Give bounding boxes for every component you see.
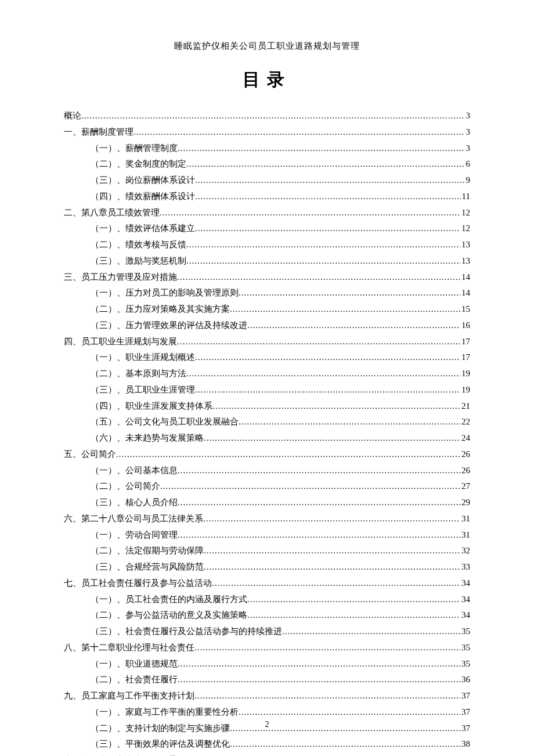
toc-leader (186, 237, 460, 253)
table-of-contents: 概论3一、薪酬制度管理3（一）、薪酬管理制度3（二）、奖金制度的制定6（三）、岗… (64, 108, 470, 756)
toc-entry[interactable]: （三）、合规经营与风险防范33 (64, 559, 470, 575)
toc-leader (186, 366, 460, 382)
toc-entry[interactable]: （一）、压力对员工的影响及管理原则14 (64, 285, 470, 301)
toc-entry[interactable]: （四）、职业生涯发展支持体系21 (64, 398, 470, 415)
toc-entry-page: 19 (460, 382, 470, 398)
toc-entry-page: 12 (460, 205, 470, 221)
toc-entry[interactable]: （一）、员工社会责任的内涵及履行方式34 (64, 592, 470, 608)
toc-entry[interactable]: 概论3 (64, 108, 470, 124)
toc-entry[interactable]: （三）、压力管理效果的评估及持续改进16 (64, 318, 470, 334)
toc-entry-label: （二）、基本原则与方法 (91, 366, 186, 382)
toc-entry-label: （四）、绩效薪酬体系设计 (91, 189, 195, 205)
toc-leader (230, 301, 460, 318)
toc-entry-label: （一）、职业道德规范 (91, 656, 178, 672)
toc-entry-page: 32 (460, 543, 470, 559)
toc-entry[interactable]: 四、员工职业生涯规划与发展17 (64, 334, 470, 350)
toc-entry[interactable]: （二）、奖金制度的制定6 (64, 156, 470, 172)
toc-leader (195, 221, 460, 237)
toc-leader (195, 172, 465, 189)
toc-entry[interactable]: （一）、职业生涯规划概述17 (64, 350, 470, 366)
toc-entry[interactable]: （二）、基本原则与方法19 (64, 366, 470, 382)
toc-leader (81, 108, 465, 124)
toc-leader (160, 478, 460, 495)
toc-leader (212, 398, 460, 415)
toc-entry-label: 七、员工社会责任履行及参与公益活动 (64, 575, 212, 592)
toc-leader (186, 253, 460, 269)
toc-entry[interactable]: （三）、员工职业生涯管理19 (64, 382, 470, 398)
toc-entry-page: 3 (465, 108, 471, 124)
toc-entry[interactable]: 八、第十二章职业伦理与社会责任35 (64, 640, 470, 656)
toc-entry[interactable]: （二）、社会责任履行36 (64, 672, 470, 688)
toc-entry-label: （一）、压力对员工的影响及管理原则 (91, 285, 239, 301)
toc-leader (194, 640, 460, 656)
toc-entry[interactable]: （二）、公司简介27 (64, 478, 470, 495)
toc-entry-page: 3 (465, 124, 471, 141)
toc-leader (195, 189, 461, 205)
toc-entry-label: （三）、员工职业生涯管理 (91, 382, 195, 398)
toc-entry-page: 31 (460, 527, 470, 543)
toc-entry-label: （二）、压力应对策略及其实施方案 (91, 301, 230, 318)
toc-entry[interactable]: 七、员工社会责任履行及参与公益活动34 (64, 575, 470, 592)
toc-entry[interactable]: 一、薪酬制度管理3 (64, 124, 470, 141)
toc-entry-label: （一）、职业生涯规划概述 (91, 350, 195, 366)
toc-entry[interactable]: （一）、公司基本信息26 (64, 463, 470, 479)
toc-leader (239, 285, 460, 301)
toc-entry[interactable]: （六）、未来趋势与发展策略24 (64, 430, 470, 447)
toc-entry[interactable]: 五、公司简介26 (64, 447, 470, 463)
toc-entry-label: 十、第三十二章未来发展愿景 (64, 753, 177, 756)
toc-entry[interactable]: （二）、绩效考核与反馈13 (64, 237, 470, 253)
toc-entry[interactable]: （一）、家庭与工作平衡的重要性分析37 (64, 704, 470, 721)
toc-entry[interactable]: （一）、职业道德规范35 (64, 656, 470, 672)
toc-entry-page: 38 (460, 736, 470, 753)
toc-leader (282, 624, 460, 640)
toc-entry[interactable]: （一）、绩效评估体系建立12 (64, 221, 470, 237)
toc-entry[interactable]: 十、第三十二章未来发展愿景39 (64, 753, 470, 756)
toc-leader (178, 141, 465, 157)
toc-entry-label: （二）、绩效考核与反馈 (91, 237, 186, 253)
toc-entry[interactable]: 九、员工家庭与工作平衡支持计划37 (64, 688, 470, 704)
toc-leader (195, 350, 460, 366)
toc-entry-page: 14 (460, 269, 470, 286)
toc-entry-label: （一）、员工社会责任的内涵及履行方式 (91, 592, 247, 608)
toc-entry-label: 三、员工压力管理及应对措施 (64, 269, 177, 286)
toc-entry[interactable]: 二、第八章员工绩效管理12 (64, 205, 470, 221)
toc-entry[interactable]: 六、第二十八章公司与员工法律关系31 (64, 511, 470, 527)
toc-entry-page: 12 (460, 221, 470, 237)
toc-entry-label: （六）、未来趋势与发展策略 (91, 430, 204, 447)
page-number: 2 (0, 720, 534, 729)
toc-entry[interactable]: （二）、法定假期与劳动保障32 (64, 543, 470, 559)
toc-entry-label: （二）、社会责任履行 (91, 672, 178, 688)
toc-leader (134, 124, 465, 141)
toc-entry[interactable]: （四）、绩效薪酬体系设计11 (64, 189, 470, 205)
toc-leader (204, 543, 460, 559)
toc-entry-label: 六、第二十八章公司与员工法律关系 (64, 511, 203, 527)
toc-entry[interactable]: （三）、核心人员介绍29 (64, 495, 470, 511)
toc-entry[interactable]: （二）、压力应对策略及其实施方案15 (64, 301, 470, 318)
toc-entry[interactable]: （五）、公司文化与员工职业发展融合22 (64, 414, 470, 430)
toc-leader (247, 607, 460, 624)
toc-leader (177, 269, 460, 286)
toc-title: 目录 (64, 68, 470, 92)
toc-entry[interactable]: （三）、平衡效果的评估及调整优化38 (64, 736, 470, 753)
toc-leader (177, 753, 460, 756)
toc-entry-page: 34 (460, 592, 470, 608)
toc-entry-label: （三）、平衡效果的评估及调整优化 (91, 736, 230, 753)
toc-entry-label: （三）、压力管理效果的评估及持续改进 (91, 318, 247, 334)
toc-leader (204, 559, 460, 575)
toc-entry[interactable]: （三）、激励与奖惩机制13 (64, 253, 470, 269)
toc-entry-page: 9 (465, 172, 471, 189)
toc-entry-page: 39 (460, 753, 470, 756)
toc-entry-label: （二）、法定假期与劳动保障 (91, 543, 204, 559)
toc-entry-label: 一、薪酬制度管理 (64, 124, 134, 141)
toc-leader (239, 414, 460, 430)
toc-entry[interactable]: （三）、社会责任履行及公益活动参与的持续推进35 (64, 624, 470, 640)
toc-entry-label: （二）、参与公益活动的意义及实施策略 (91, 607, 247, 624)
toc-entry[interactable]: （一）、薪酬管理制度3 (64, 141, 470, 157)
toc-entry-label: （五）、公司文化与员工职业发展融合 (91, 414, 239, 430)
toc-entry[interactable]: 三、员工压力管理及应对措施14 (64, 269, 470, 286)
toc-entry[interactable]: （三）、岗位薪酬体系设计9 (64, 172, 470, 189)
toc-entry[interactable]: （二）、参与公益活动的意义及实施策略34 (64, 607, 470, 624)
toc-entry[interactable]: （一）、劳动合同管理31 (64, 527, 470, 543)
toc-entry-label: 九、员工家庭与工作平衡支持计划 (64, 688, 194, 704)
toc-entry-page: 29 (460, 495, 470, 511)
